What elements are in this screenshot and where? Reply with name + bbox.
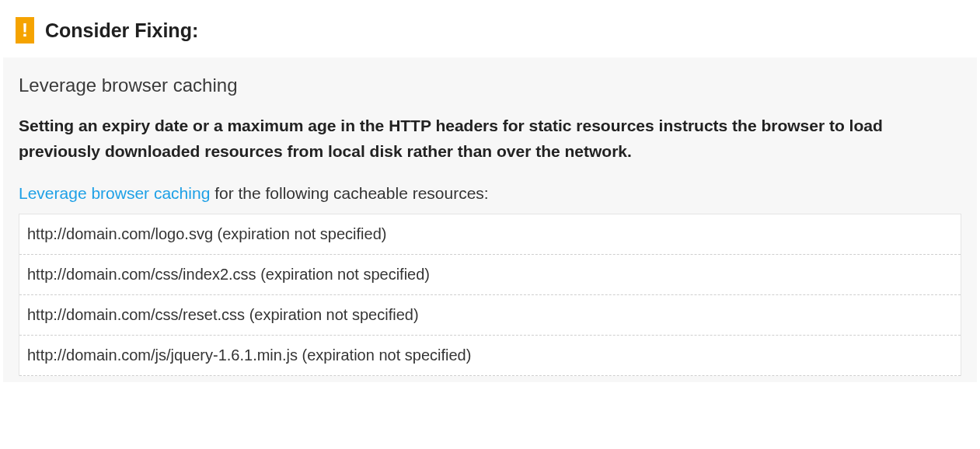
section-title: Consider Fixing: [45, 19, 198, 42]
section-header: ! Consider Fixing: [0, 0, 980, 57]
list-item: http://domain.com/js/jquery-1.6.1.min.js… [19, 336, 961, 376]
resource-list: http://domain.com/logo.svg (expiration n… [19, 214, 961, 376]
issue-subtitle: Leverage browser caching [19, 75, 961, 96]
list-item: http://domain.com/logo.svg (expiration n… [19, 214, 961, 255]
issue-description: Setting an expiry date or a maximum age … [19, 113, 961, 164]
list-item: http://domain.com/css/reset.css (expirat… [19, 295, 961, 336]
instruction-text: for the following cacheable resources: [210, 184, 488, 202]
report-section: ! Consider Fixing: Leverage browser cach… [0, 0, 980, 396]
leverage-caching-link[interactable]: Leverage browser caching [19, 184, 210, 202]
issue-panel: Leverage browser caching Setting an expi… [3, 57, 977, 382]
issue-instruction: Leverage browser caching for the followi… [19, 184, 961, 203]
list-item: http://domain.com/css/index2.css (expira… [19, 255, 961, 295]
warning-icon: ! [16, 17, 34, 44]
